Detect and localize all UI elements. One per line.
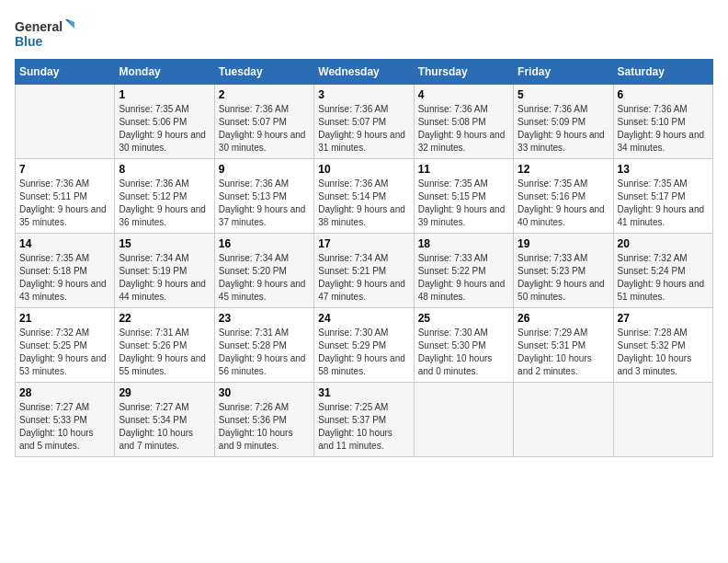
cell-week5-day4: 31Sunrise: 7:25 AMSunset: 5:37 PMDayligh… — [314, 383, 414, 457]
day-number: 18 — [418, 237, 509, 250]
day-number: 25 — [418, 312, 509, 325]
day-info: Sunrise: 7:32 AMSunset: 5:24 PMDaylight:… — [618, 252, 709, 304]
cell-week3-day7: 20Sunrise: 7:32 AMSunset: 5:24 PMDayligh… — [613, 234, 712, 308]
day-info: Sunrise: 7:33 AMSunset: 5:23 PMDaylight:… — [518, 252, 609, 304]
day-info: Sunrise: 7:35 AMSunset: 5:18 PMDaylight:… — [19, 252, 110, 304]
day-info: Sunrise: 7:35 AMSunset: 5:15 PMDaylight:… — [418, 178, 509, 229]
day-number: 29 — [119, 386, 210, 399]
day-info: Sunrise: 7:32 AMSunset: 5:25 PMDaylight:… — [19, 327, 110, 378]
day-info: Sunrise: 7:34 AMSunset: 5:21 PMDaylight:… — [318, 252, 409, 304]
cell-week2-day2: 8Sunrise: 7:36 AMSunset: 5:12 PMDaylight… — [115, 159, 214, 234]
day-number: 27 — [618, 312, 709, 325]
day-info: Sunrise: 7:29 AMSunset: 5:31 PMDaylight:… — [518, 327, 609, 378]
day-number: 17 — [318, 237, 409, 250]
cell-week4-day7: 27Sunrise: 7:28 AMSunset: 5:32 PMDayligh… — [613, 308, 712, 383]
day-info: Sunrise: 7:36 AMSunset: 5:07 PMDaylight:… — [318, 103, 409, 155]
cell-week3-day3: 16Sunrise: 7:34 AMSunset: 5:20 PMDayligh… — [214, 234, 313, 308]
cell-week2-day4: 10Sunrise: 7:36 AMSunset: 5:14 PMDayligh… — [314, 159, 414, 234]
header-tuesday: Tuesday — [214, 60, 313, 85]
day-info: Sunrise: 7:31 AMSunset: 5:28 PMDaylight:… — [219, 327, 310, 378]
day-info: Sunrise: 7:36 AMSunset: 5:09 PMDaylight:… — [518, 103, 609, 155]
day-number: 14 — [19, 237, 110, 250]
cell-week5-day3: 30Sunrise: 7:26 AMSunset: 5:36 PMDayligh… — [214, 383, 313, 457]
day-info: Sunrise: 7:36 AMSunset: 5:07 PMDaylight:… — [219, 103, 310, 155]
cell-week5-day6 — [514, 383, 613, 457]
header-thursday: Thursday — [414, 60, 513, 85]
day-number: 10 — [318, 163, 409, 176]
day-number: 15 — [119, 237, 210, 250]
svg-text:Blue: Blue — [15, 34, 43, 49]
day-info: Sunrise: 7:26 AMSunset: 5:36 PMDaylight:… — [219, 401, 310, 453]
day-info: Sunrise: 7:36 AMSunset: 5:11 PMDaylight:… — [19, 178, 110, 229]
day-number: 26 — [518, 312, 609, 325]
day-number: 31 — [318, 386, 409, 399]
day-info: Sunrise: 7:25 AMSunset: 5:37 PMDaylight:… — [318, 401, 409, 453]
day-number: 13 — [618, 163, 709, 176]
cell-week3-day5: 18Sunrise: 7:33 AMSunset: 5:22 PMDayligh… — [414, 234, 513, 308]
cell-week4-day2: 22Sunrise: 7:31 AMSunset: 5:26 PMDayligh… — [115, 308, 214, 383]
day-number: 22 — [119, 312, 210, 325]
header: GeneralBlue — [15, 15, 713, 52]
day-number: 28 — [19, 386, 110, 399]
day-info: Sunrise: 7:36 AMSunset: 5:12 PMDaylight:… — [119, 178, 210, 229]
day-number: 3 — [318, 88, 409, 101]
cell-week2-day5: 11Sunrise: 7:35 AMSunset: 5:15 PMDayligh… — [414, 159, 513, 234]
calendar-table: SundayMondayTuesdayWednesdayThursdayFrid… — [15, 59, 713, 457]
day-info: Sunrise: 7:27 AMSunset: 5:34 PMDaylight:… — [119, 401, 210, 453]
day-number: 8 — [119, 163, 210, 176]
day-number: 12 — [518, 163, 609, 176]
cell-week4-day3: 23Sunrise: 7:31 AMSunset: 5:28 PMDayligh… — [214, 308, 313, 383]
day-info: Sunrise: 7:35 AMSunset: 5:16 PMDaylight:… — [518, 178, 609, 229]
cell-week1-day4: 3Sunrise: 7:36 AMSunset: 5:07 PMDaylight… — [314, 85, 414, 159]
day-number: 23 — [219, 312, 310, 325]
calendar-header-row: SundayMondayTuesdayWednesdayThursdayFrid… — [16, 60, 713, 85]
day-info: Sunrise: 7:36 AMSunset: 5:14 PMDaylight:… — [318, 178, 409, 229]
day-info: Sunrise: 7:27 AMSunset: 5:33 PMDaylight:… — [19, 401, 110, 453]
week-row-1: 1Sunrise: 7:35 AMSunset: 5:06 PMDaylight… — [16, 85, 713, 159]
cell-week1-day3: 2Sunrise: 7:36 AMSunset: 5:07 PMDaylight… — [214, 85, 313, 159]
cell-week1-day1 — [16, 85, 115, 159]
day-number: 9 — [219, 163, 310, 176]
svg-text:General: General — [15, 19, 63, 34]
day-info: Sunrise: 7:36 AMSunset: 5:08 PMDaylight:… — [418, 103, 509, 155]
week-row-5: 28Sunrise: 7:27 AMSunset: 5:33 PMDayligh… — [16, 383, 713, 457]
header-saturday: Saturday — [613, 60, 712, 85]
day-info: Sunrise: 7:28 AMSunset: 5:32 PMDaylight:… — [618, 327, 709, 378]
header-monday: Monday — [115, 60, 214, 85]
day-number: 30 — [219, 386, 310, 399]
day-info: Sunrise: 7:31 AMSunset: 5:26 PMDaylight:… — [119, 327, 210, 378]
cell-week1-day5: 4Sunrise: 7:36 AMSunset: 5:08 PMDaylight… — [414, 85, 513, 159]
cell-week4-day5: 25Sunrise: 7:30 AMSunset: 5:30 PMDayligh… — [414, 308, 513, 383]
day-number: 1 — [119, 88, 210, 101]
cell-week5-day1: 28Sunrise: 7:27 AMSunset: 5:33 PMDayligh… — [16, 383, 115, 457]
cell-week2-day1: 7Sunrise: 7:36 AMSunset: 5:11 PMDaylight… — [16, 159, 115, 234]
day-number: 4 — [418, 88, 509, 101]
day-number: 6 — [618, 88, 709, 101]
day-info: Sunrise: 7:36 AMSunset: 5:10 PMDaylight:… — [618, 103, 709, 155]
header-friday: Friday — [514, 60, 613, 85]
cell-week1-day2: 1Sunrise: 7:35 AMSunset: 5:06 PMDaylight… — [115, 85, 214, 159]
day-info: Sunrise: 7:36 AMSunset: 5:13 PMDaylight:… — [219, 178, 310, 229]
cell-week3-day6: 19Sunrise: 7:33 AMSunset: 5:23 PMDayligh… — [514, 234, 613, 308]
cell-week3-day1: 14Sunrise: 7:35 AMSunset: 5:18 PMDayligh… — [16, 234, 115, 308]
day-number: 5 — [518, 88, 609, 101]
cell-week1-day7: 6Sunrise: 7:36 AMSunset: 5:10 PMDaylight… — [613, 85, 712, 159]
day-info: Sunrise: 7:34 AMSunset: 5:19 PMDaylight:… — [119, 252, 210, 304]
day-number: 11 — [418, 163, 509, 176]
day-info: Sunrise: 7:35 AMSunset: 5:06 PMDaylight:… — [119, 103, 210, 155]
header-wednesday: Wednesday — [314, 60, 414, 85]
day-number: 20 — [618, 237, 709, 250]
day-number: 7 — [19, 163, 110, 176]
day-info: Sunrise: 7:33 AMSunset: 5:22 PMDaylight:… — [418, 252, 509, 304]
cell-week2-day6: 12Sunrise: 7:35 AMSunset: 5:16 PMDayligh… — [514, 159, 613, 234]
day-number: 21 — [19, 312, 110, 325]
header-sunday: Sunday — [16, 60, 115, 85]
day-info: Sunrise: 7:34 AMSunset: 5:20 PMDaylight:… — [219, 252, 310, 304]
week-row-4: 21Sunrise: 7:32 AMSunset: 5:25 PMDayligh… — [16, 308, 713, 383]
day-info: Sunrise: 7:30 AMSunset: 5:30 PMDaylight:… — [418, 327, 509, 378]
day-number: 19 — [518, 237, 609, 250]
page-container: GeneralBlue SundayMondayTuesdayWednesday… — [15, 15, 713, 457]
cell-week1-day6: 5Sunrise: 7:36 AMSunset: 5:09 PMDaylight… — [514, 85, 613, 159]
logo-svg: GeneralBlue — [15, 15, 79, 52]
cell-week2-day7: 13Sunrise: 7:35 AMSunset: 5:17 PMDayligh… — [613, 159, 712, 234]
